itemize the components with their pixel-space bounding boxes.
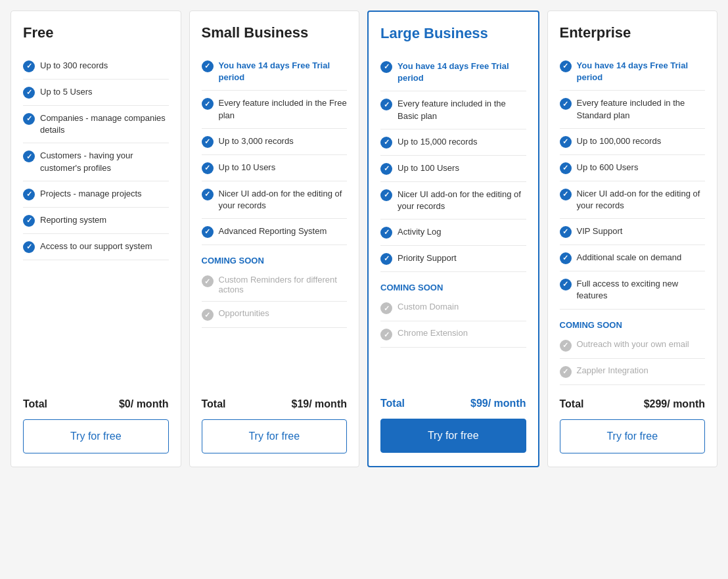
coming-soon-label: COMING SOON (202, 256, 348, 266)
plan-title-large-business: Large Business (380, 25, 526, 42)
check-icon (560, 60, 572, 72)
trial-badge-enterprise: You have 14 days Free Trial period (560, 53, 706, 91)
try-free-button-small-business[interactable]: Try for free (202, 419, 348, 453)
feature-item: Up to 5 Users (23, 80, 169, 106)
check-icon (202, 98, 214, 110)
feature-item: Every feature included in the Standard p… (560, 91, 706, 128)
feature-text: Full access to exciting new features (577, 278, 706, 302)
check-icon (560, 226, 572, 238)
feature-text: Every feature included in the Standard p… (577, 97, 706, 121)
feature-text: Up to 600 Users (577, 162, 639, 174)
feature-item: Advanced Reporting System (202, 219, 348, 245)
try-free-button-enterprise[interactable]: Try for free (560, 419, 706, 453)
check-icon (380, 61, 392, 73)
feature-text: Every feature included in the Basic plan (398, 98, 526, 122)
feature-item: Access to our support system (23, 234, 169, 260)
total-row: Total$19/ month (202, 398, 348, 410)
check-icon (380, 99, 392, 110)
feature-text: Up to 5 Users (40, 86, 92, 98)
check-icon-muted (202, 275, 214, 287)
coming-soon-text: Zappler Integration (577, 365, 648, 375)
check-icon (23, 151, 35, 162)
feature-text: Up to 100 Users (398, 162, 459, 174)
coming-soon-item: Chrome Extension (380, 321, 526, 348)
coming-soon-text: Custom Domain (398, 302, 459, 312)
coming-soon-text: Opportunities (219, 308, 269, 318)
check-icon (380, 227, 392, 239)
feature-item: Up to 10 Users (202, 155, 348, 181)
check-icon (560, 279, 572, 290)
feature-text: Access to our support system (40, 241, 152, 252)
coming-soon-text: Outreach with your own email (577, 339, 689, 349)
check-icon-muted (560, 340, 572, 352)
coming-soon-text: Custom Reminders for different actons (219, 275, 348, 294)
feature-item: Companies - manage companies details (23, 106, 169, 143)
try-free-button-free[interactable]: Try for free (23, 419, 169, 453)
check-icon (202, 189, 214, 200)
coming-soon-item: Opportunities (202, 302, 348, 328)
feature-text: Advanced Reporting System (219, 225, 327, 237)
check-icon (380, 189, 392, 201)
total-row: Total$0/ month (23, 398, 169, 410)
feature-text: VIP Support (577, 225, 623, 237)
trial-badge-small-business: You have 14 days Free Trial period (202, 53, 348, 91)
total-price: $0/ month (119, 398, 169, 410)
total-label: Total (23, 398, 47, 410)
coming-soon-label: COMING SOON (560, 320, 706, 330)
coming-soon-item: Zappler Integration (560, 359, 706, 385)
feature-text: Nicer UI add-on for the editing of your … (219, 188, 348, 212)
feature-item: Projects - manage projects (23, 181, 169, 208)
total-row: Total$299/ month (560, 398, 706, 410)
coming-soon-label: COMING SOON (380, 283, 526, 292)
check-icon-muted (560, 366, 572, 378)
check-icon (23, 189, 35, 200)
coming-soon-text: Chrome Extension (398, 328, 468, 338)
check-icon (560, 189, 572, 200)
feature-item: Full access to exciting new features (560, 271, 706, 309)
feature-item: Customers - having your customer's profi… (23, 143, 169, 181)
try-free-button-large-business[interactable]: Try for free (380, 419, 526, 453)
feature-item: Up to 15,000 records (380, 129, 526, 156)
check-icon (560, 162, 572, 174)
check-icon (202, 162, 214, 174)
feature-item: VIP Support (560, 219, 706, 245)
feature-item: Priority Support (380, 246, 526, 272)
feature-item: Up to 300 records (23, 53, 169, 80)
plan-title-small-business: Small Business (202, 24, 348, 41)
feature-text: Nicer UI add-on for the editing of your … (398, 189, 526, 212)
feature-item: Up to 100,000 records (560, 129, 706, 155)
coming-soon-item: Outreach with your own email (560, 333, 706, 359)
plans-container: FreeUp to 300 recordsUp to 5 UsersCompan… (11, 11, 717, 467)
feature-item: Nicer UI add-on for the editing of your … (202, 181, 348, 219)
feature-item: Additional scale on demand (560, 245, 706, 271)
feature-item: Up to 100 Users (380, 156, 526, 182)
plan-title-free: Free (23, 24, 169, 41)
feature-text: Activity Log (398, 226, 441, 238)
trial-badge-text: You have 14 days Free Trial period (398, 60, 526, 84)
feature-text: Priority Support (398, 252, 457, 264)
check-icon (560, 252, 572, 264)
trial-badge-text: You have 14 days Free Trial period (219, 60, 348, 83)
plan-card-large-business: Large BusinessYou have 14 days Free Tria… (367, 11, 539, 467)
check-icon-muted (380, 329, 392, 340)
check-icon (23, 87, 35, 99)
coming-soon-item: Custom Reminders for different actons (202, 268, 348, 302)
trial-badge-large-business: You have 14 days Free Trial period (380, 54, 526, 91)
feature-item: Every feature included in the Free plan (202, 91, 348, 128)
feature-text: Reporting system (40, 214, 106, 226)
trial-badge-text: You have 14 days Free Trial period (577, 60, 706, 83)
feature-item: Activity Log (380, 220, 526, 246)
feature-text: Companies - manage companies details (40, 112, 169, 136)
feature-item: Up to 3,000 records (202, 129, 348, 155)
feature-item: Reporting system (23, 208, 169, 234)
plan-card-free: FreeUp to 300 recordsUp to 5 UsersCompan… (11, 11, 181, 467)
check-icon (23, 215, 35, 227)
check-icon (23, 60, 35, 72)
check-icon (23, 241, 35, 253)
feature-item: Every feature included in the Basic plan (380, 91, 526, 129)
check-icon-muted (380, 302, 392, 314)
feature-text: Nicer UI add-on for the editing of your … (577, 188, 706, 212)
feature-text: Up to 100,000 records (577, 135, 662, 147)
check-icon (202, 60, 214, 72)
check-icon (202, 226, 214, 238)
